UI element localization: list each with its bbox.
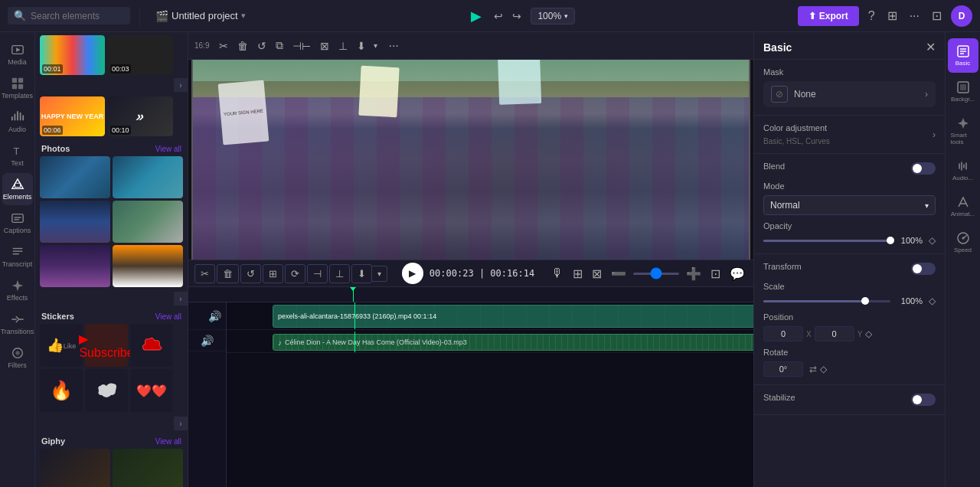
tl-tool-add[interactable]: ⊞ xyxy=(263,264,283,283)
tool-more[interactable]: ··· xyxy=(384,36,402,56)
timeline-fullscreen-button[interactable]: ⊡ xyxy=(708,264,723,283)
rsb-background[interactable]: Backgr... xyxy=(948,74,978,109)
giphy-view-all[interactable]: View all xyxy=(155,437,181,446)
mask-row[interactable]: ⊘ None › xyxy=(763,81,936,107)
tl-tool-split[interactable]: ⊣ xyxy=(307,264,328,283)
rotate-link-icon[interactable]: ◇ xyxy=(820,364,827,374)
plus-zoom-button[interactable]: ➕ xyxy=(684,264,704,283)
tool-split[interactable]: ⊣⊢ xyxy=(289,37,315,55)
rsb-smart-tools[interactable]: Smart tools xyxy=(948,110,978,152)
mic-button[interactable]: 🎙 xyxy=(549,264,566,283)
rsb-speed[interactable]: Speed xyxy=(948,225,978,260)
tl-tool-download[interactable]: ⬇ xyxy=(351,264,372,283)
scale-slider-track[interactable] xyxy=(763,300,890,302)
chat-button[interactable]: 💬 xyxy=(727,264,747,283)
rsb-animate[interactable]: Animat... xyxy=(948,189,978,224)
zoom-slider[interactable] xyxy=(633,273,679,275)
opacity-link-icon[interactable]: ◇ xyxy=(929,235,936,246)
photos-view-all[interactable]: View all xyxy=(155,145,181,153)
user-avatar[interactable]: D xyxy=(951,5,972,27)
audio-clip[interactable]: ♪ Céline Dion - A New Day Has Come (Offi… xyxy=(273,334,753,351)
photo-thumb-1[interactable] xyxy=(40,156,110,198)
transform-toggle[interactable] xyxy=(911,263,936,275)
volume-icon-2[interactable]: 🔊 xyxy=(201,335,214,347)
export-button[interactable]: ⬆ Export xyxy=(798,6,859,26)
sidebar-item-filters[interactable]: Filters xyxy=(2,342,33,374)
giphy-thumb-1[interactable] xyxy=(40,449,110,487)
sidebar-item-templates[interactable]: Templates xyxy=(2,72,33,104)
position-link-icon[interactable]: ◇ xyxy=(865,328,872,339)
more-menu-button[interactable]: ··· xyxy=(906,6,923,26)
media-thumb-1[interactable]: 00:01 xyxy=(40,35,105,75)
tool-duplicate[interactable]: ↺ xyxy=(253,37,270,55)
scale-link-icon[interactable]: ◇ xyxy=(929,296,936,306)
photo-thumb-4[interactable] xyxy=(113,201,183,243)
sticker-1[interactable]: 👍 Like xyxy=(40,324,83,367)
sidebar-item-text[interactable]: T Text xyxy=(2,139,33,172)
photo-thumb-3[interactable] xyxy=(40,201,110,243)
sticker-5[interactable] xyxy=(85,369,128,412)
fullscreen-button[interactable]: ⊡ xyxy=(929,5,945,26)
rotate-flip-icon[interactable]: ⇄ xyxy=(809,364,817,374)
photo-thumb-5[interactable] xyxy=(40,245,110,287)
tl-tool-delete[interactable]: 🗑 xyxy=(217,264,239,283)
sidebar-item-captions[interactable]: Captions xyxy=(2,207,33,239)
giphy-thumb-2[interactable] xyxy=(113,449,183,487)
tl-tool-dup[interactable]: ↺ xyxy=(240,264,261,283)
play-pause-button[interactable]: ▶ xyxy=(402,263,423,284)
photo-thumb-6[interactable] xyxy=(113,245,183,287)
redo-button[interactable]: ↪ xyxy=(509,7,524,25)
media-thumb-2[interactable]: 00:03 xyxy=(108,35,173,75)
video-frame[interactable]: YOUR SIGN HERE ⊞ ⊠ ⊡ ··· xyxy=(191,60,750,260)
project-title[interactable]: 🎬 Untitled project ▾ xyxy=(155,10,246,22)
tool-crop[interactable]: ⊠ xyxy=(316,37,333,55)
sticker-2[interactable]: ▶ Subscribe xyxy=(85,324,128,367)
layout-button[interactable]: ⊞ xyxy=(884,5,900,26)
sidebar-item-media[interactable]: Media xyxy=(2,38,33,70)
sidebar-item-effects[interactable]: Effects xyxy=(2,274,33,306)
sticker-3[interactable] xyxy=(130,324,173,367)
scroll-right-media[interactable]: › xyxy=(174,78,188,92)
minus-zoom-button[interactable]: ➖ xyxy=(609,264,629,283)
tool-delete[interactable]: 🗑 xyxy=(234,37,252,55)
stabilize-toggle[interactable] xyxy=(911,394,936,406)
volume-icon-1[interactable]: 🔊 xyxy=(208,310,221,322)
rsb-audio[interactable]: Audio... xyxy=(948,153,978,188)
media-thumb-3[interactable]: HAPPY NEW YEAR 00:06 xyxy=(40,96,105,136)
tl-tool-speed[interactable]: ⟳ xyxy=(285,264,305,283)
rsb-basic[interactable]: Basic xyxy=(948,38,978,73)
blend-toggle[interactable] xyxy=(911,162,936,175)
color-adjustment-row[interactable]: Color adjustment Basic, HSL, Curves › xyxy=(763,123,936,145)
media-thumb-4[interactable]: » 00:10 xyxy=(108,96,173,136)
scroll-right-photos[interactable]: › xyxy=(174,292,188,306)
sticker-4[interactable]: 🔥 xyxy=(40,369,83,412)
blend-mode-dropdown[interactable]: Normal ▾ xyxy=(763,195,936,215)
tool-download-arrow[interactable]: ▾ xyxy=(371,40,380,51)
photo-thumb-2[interactable] xyxy=(113,156,183,198)
sidebar-item-transcript[interactable]: Transcript xyxy=(2,240,33,273)
search-box[interactable]: 🔍 xyxy=(8,7,130,25)
camera-frames-button[interactable]: ⊞ xyxy=(570,264,585,283)
help-button[interactable]: ? xyxy=(865,6,878,26)
tool-download[interactable]: ⬇ xyxy=(353,37,370,55)
opacity-slider-track[interactable] xyxy=(763,240,890,242)
stickers-view-all[interactable]: View all xyxy=(155,312,181,321)
tool-cut[interactable]: ✂ xyxy=(215,37,232,55)
opacity-slider-thumb[interactable] xyxy=(887,237,894,244)
video-clip[interactable]: pexels-ali-alcantara-15876933 (2160p).mp… xyxy=(273,305,753,328)
play-button-top[interactable]: ▶ xyxy=(468,5,485,28)
sticker-6[interactable]: ❤️❤️ xyxy=(130,369,173,412)
scale-slider-thumb[interactable] xyxy=(861,297,869,305)
tl-tool-crop[interactable]: ⊥ xyxy=(329,264,350,283)
sidebar-item-transitions[interactable]: Transitions xyxy=(2,308,33,340)
position-x-input[interactable] xyxy=(763,326,803,342)
zoom-display[interactable]: 100% ▾ xyxy=(531,8,575,25)
search-input[interactable] xyxy=(31,11,124,21)
scroll-right-stickers[interactable]: › xyxy=(174,417,188,430)
track-button[interactable]: ⊠ xyxy=(590,264,604,283)
tool-detach[interactable]: ⊥ xyxy=(335,37,351,55)
position-y-input[interactable] xyxy=(815,326,854,342)
color-adjustment-section[interactable]: Color adjustment Basic, HSL, Curves › xyxy=(754,116,945,154)
undo-button[interactable]: ↩ xyxy=(491,7,506,25)
sidebar-item-elements[interactable]: Elements xyxy=(2,173,33,205)
